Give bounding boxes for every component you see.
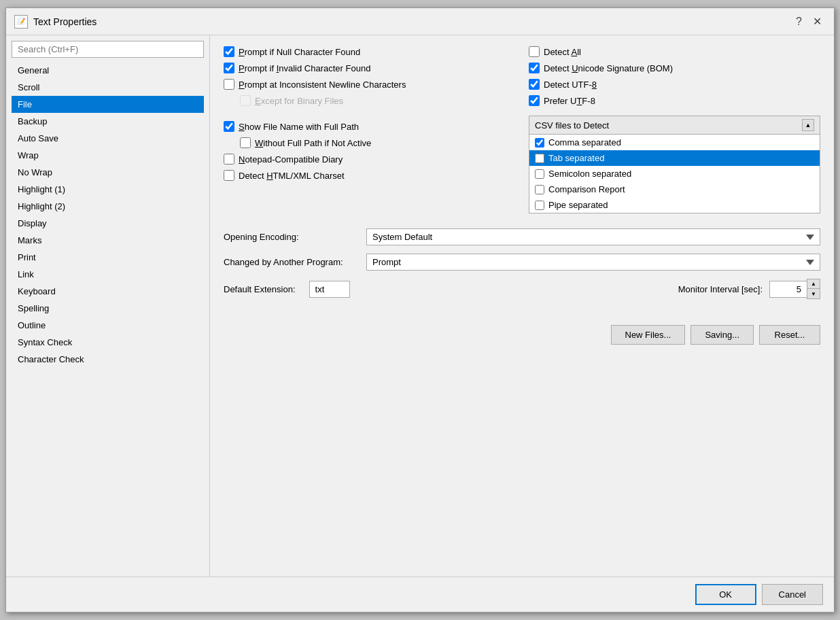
opening-encoding-row: Opening Encoding: System Default UTF-8 U… bbox=[224, 228, 820, 245]
detect-all-checkbox[interactable] bbox=[529, 46, 540, 57]
options-left: Prompt if Null Character Found Prompt if… bbox=[224, 46, 515, 213]
sidebar-item-link[interactable]: Link bbox=[12, 266, 204, 283]
monitor-decrement-button[interactable]: ▼ bbox=[807, 289, 820, 298]
csv-item-comparison[interactable]: Comparison Report bbox=[529, 182, 820, 197]
changed-program-label: Changed by Another Program: bbox=[224, 257, 360, 267]
cancel-button[interactable]: Cancel bbox=[762, 584, 823, 605]
default-ext-row: Default Extension: Monitor Interval [sec… bbox=[224, 279, 820, 299]
csv-tab-label: Tab separated bbox=[548, 153, 604, 163]
csv-semicolon-checkbox[interactable] bbox=[535, 169, 544, 179]
csv-comparison-label: Comparison Report bbox=[548, 184, 625, 194]
title-bar-right: ? ✕ bbox=[792, 14, 826, 29]
opening-encoding-select[interactable]: System Default UTF-8 UTF-16 ANSI bbox=[366, 228, 820, 245]
title-bar: 📝 Text Properties ? ✕ bbox=[6, 8, 834, 35]
changed-program-row: Changed by Another Program: Prompt Reloa… bbox=[224, 254, 820, 271]
csv-comma-label: Comma separated bbox=[548, 137, 621, 148]
sidebar-item-character-check[interactable]: Character Check bbox=[12, 351, 204, 368]
except-binary-label: Except for Binary Files bbox=[255, 96, 343, 106]
sidebar-item-scroll[interactable]: Scroll bbox=[12, 79, 204, 96]
sidebar-item-outline[interactable]: Outline bbox=[12, 317, 204, 334]
csv-comma-checkbox[interactable] bbox=[535, 138, 544, 148]
prompt-newline-checkbox[interactable] bbox=[224, 79, 234, 90]
csv-list-container: CSV files to Detect ▲ Comma separated bbox=[529, 116, 820, 213]
without-fullpath-checkbox[interactable] bbox=[240, 137, 251, 148]
detect-html-label: Detect HTML/XML Charset bbox=[239, 171, 345, 181]
sidebar-item-highlight2[interactable]: Highlight (2) bbox=[12, 198, 204, 215]
detect-utf8-row: Detect UTF-8 bbox=[529, 79, 820, 90]
detect-unicode-checkbox[interactable] bbox=[529, 63, 540, 73]
search-input[interactable] bbox=[12, 41, 204, 58]
prompt-invalid-checkbox[interactable] bbox=[224, 63, 234, 73]
notepad-diary-checkbox[interactable] bbox=[224, 154, 234, 165]
prompt-null-checkbox[interactable] bbox=[224, 46, 234, 57]
csv-comparison-checkbox[interactable] bbox=[535, 185, 544, 194]
monitor-increment-button[interactable]: ▲ bbox=[807, 279, 820, 289]
prefer-utf8-label: Prefer UTF-8 bbox=[544, 96, 595, 106]
csv-item-pipe[interactable]: Pipe separated bbox=[529, 197, 820, 213]
sidebar-item-keyboard[interactable]: Keyboard bbox=[12, 283, 204, 300]
opening-encoding-label: Opening Encoding: bbox=[224, 232, 360, 242]
monitor-interval-input[interactable] bbox=[769, 281, 807, 298]
sidebar-item-auto-save[interactable]: Auto Save bbox=[12, 130, 204, 147]
help-button[interactable]: ? bbox=[792, 14, 806, 29]
sidebar-item-highlight1[interactable]: Highlight (1) bbox=[12, 181, 204, 198]
show-fullpath-label: Show File Name with Full Path bbox=[239, 122, 359, 132]
prompt-invalid-label: Prompt if Invalid Character Found bbox=[239, 63, 370, 73]
prompt-null-label: Prompt if Null Character Found bbox=[239, 47, 360, 57]
bottom-fields: Opening Encoding: System Default UTF-8 U… bbox=[224, 228, 820, 299]
dialog-icon: 📝 bbox=[14, 15, 28, 29]
detect-html-checkbox[interactable] bbox=[224, 170, 234, 181]
detect-unicode-row: Detect Unicode Signature (BOM) bbox=[529, 63, 820, 73]
csv-semicolon-label: Semicolon separated bbox=[548, 169, 631, 179]
notepad-diary-row: Notepad-Compatible Diary bbox=[224, 154, 515, 165]
csv-item-semicolon[interactable]: Semicolon separated bbox=[529, 166, 820, 182]
default-ext-label: Default Extension: bbox=[224, 284, 296, 294]
notepad-diary-label: Notepad-Compatible Diary bbox=[239, 154, 343, 165]
prefer-utf8-checkbox[interactable] bbox=[529, 95, 540, 106]
sidebar: General Scroll File Backup Auto Save Wra… bbox=[6, 35, 210, 576]
dialog-footer: OK Cancel bbox=[6, 576, 834, 612]
close-button[interactable]: ✕ bbox=[809, 14, 826, 29]
show-fullpath-checkbox[interactable] bbox=[224, 121, 234, 132]
csv-pipe-label: Pipe separated bbox=[548, 200, 608, 210]
new-files-button[interactable]: New Files... bbox=[611, 325, 686, 345]
monitor-spinners: ▲ ▼ bbox=[807, 279, 820, 299]
sidebar-item-syntax-check[interactable]: Syntax Check bbox=[12, 334, 204, 351]
monitor-group: Monitor Interval [sec]: ▲ ▼ bbox=[678, 279, 820, 299]
sidebar-item-backup[interactable]: Backup bbox=[12, 113, 204, 130]
dialog-title: Text Properties bbox=[33, 16, 97, 27]
csv-list-title: CSV files to Detect bbox=[535, 120, 609, 131]
reset-button[interactable]: Reset... bbox=[759, 325, 820, 345]
csv-pipe-checkbox[interactable] bbox=[535, 201, 544, 210]
csv-tab-checkbox[interactable] bbox=[535, 154, 544, 163]
sidebar-item-spelling[interactable]: Spelling bbox=[12, 300, 204, 317]
monitor-interval-label: Monitor Interval [sec]: bbox=[678, 284, 763, 294]
detect-utf8-checkbox[interactable] bbox=[529, 79, 540, 90]
sidebar-list: General Scroll File Backup Auto Save Wra… bbox=[12, 62, 204, 571]
without-fullpath-label: Without Full Path if Not Active bbox=[255, 138, 371, 148]
detect-unicode-label: Detect Unicode Signature (BOM) bbox=[544, 63, 673, 73]
sidebar-item-no-wrap[interactable]: No Wrap bbox=[12, 164, 204, 181]
ok-button[interactable]: OK bbox=[695, 584, 756, 605]
sidebar-item-wrap[interactable]: Wrap bbox=[12, 147, 204, 164]
without-fullpath-row: Without Full Path if Not Active bbox=[240, 137, 515, 148]
prompt-newline-row: Prompt at Inconsistent Newline Character… bbox=[224, 79, 515, 90]
detect-html-row: Detect HTML/XML Charset bbox=[224, 170, 515, 181]
csv-list-header: CSV files to Detect ▲ bbox=[529, 116, 820, 135]
csv-item-tab[interactable]: Tab separated bbox=[529, 150, 820, 166]
csv-list-scroll[interactable]: Comma separated Tab separated Semicolon … bbox=[529, 135, 820, 213]
except-binary-checkbox[interactable] bbox=[240, 95, 251, 106]
default-ext-input[interactable] bbox=[309, 281, 350, 298]
saving-button[interactable]: Saving... bbox=[690, 325, 754, 345]
detect-all-label: Detect All bbox=[544, 47, 581, 57]
changed-program-select[interactable]: Prompt Reload Ignore bbox=[366, 254, 820, 271]
sidebar-item-display[interactable]: Display bbox=[12, 215, 204, 232]
sidebar-item-print[interactable]: Print bbox=[12, 249, 204, 266]
csv-scroll-up[interactable]: ▲ bbox=[802, 119, 814, 131]
prompt-newline-label: Prompt at Inconsistent Newline Character… bbox=[239, 80, 406, 90]
sidebar-item-marks[interactable]: Marks bbox=[12, 232, 204, 249]
csv-item-comma[interactable]: Comma separated bbox=[529, 135, 820, 150]
sidebar-item-general[interactable]: General bbox=[12, 62, 204, 79]
options-right: Detect All Detect Unicode Signature (BOM… bbox=[529, 46, 820, 213]
sidebar-item-file[interactable]: File bbox=[12, 96, 204, 113]
